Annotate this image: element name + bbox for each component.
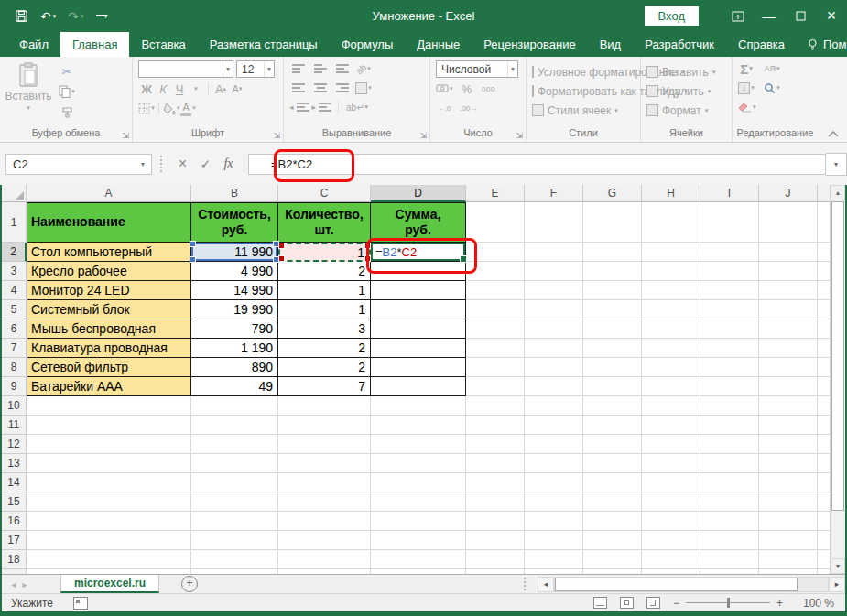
- decrease-decimal-icon[interactable]: .00→: [460, 100, 477, 116]
- row-header-1[interactable]: 1: [2, 202, 27, 243]
- cell-F3[interactable]: [525, 262, 583, 281]
- font-dialog-launcher[interactable]: ⇲: [273, 131, 280, 140]
- increase-indent-icon[interactable]: ▸: [312, 99, 331, 115]
- cell-F6[interactable]: [525, 319, 583, 339]
- zoom-slider-thumb[interactable]: [727, 598, 730, 608]
- cell-C18[interactable]: [278, 550, 371, 569]
- cell-E1[interactable]: [466, 202, 525, 243]
- percent-style-button[interactable]: %: [459, 81, 475, 97]
- cell-I8[interactable]: [700, 358, 759, 377]
- cell-H16[interactable]: [642, 512, 700, 531]
- cell-H2[interactable]: [642, 243, 700, 262]
- cell-H19[interactable]: [642, 569, 700, 574]
- format-painter-icon[interactable]: [59, 103, 75, 120]
- cell-A2[interactable]: Стол компьютерный: [27, 243, 191, 262]
- expand-formula-bar-icon[interactable]: ▾: [826, 153, 847, 176]
- cell-E4[interactable]: [466, 281, 525, 300]
- comma-style-button[interactable]: 000: [481, 81, 497, 97]
- cell-E19[interactable]: [466, 569, 525, 574]
- scroll-up-icon[interactable]: ▴: [831, 185, 845, 200]
- column-header-C[interactable]: C: [278, 185, 371, 202]
- cell-A3[interactable]: Кресло рабочее: [27, 262, 191, 281]
- cell-G5[interactable]: [583, 300, 642, 319]
- conditional-formatting-button[interactable]: Условное форматирование▾: [532, 62, 636, 81]
- tab-page-layout[interactable]: Разметка страницы: [198, 32, 330, 57]
- normal-view-icon[interactable]: [593, 597, 607, 609]
- align-bottom-icon[interactable]: [336, 64, 349, 73]
- cell-A7[interactable]: Клавиатура проводная: [27, 339, 191, 358]
- cell-B9[interactable]: 49: [191, 377, 278, 396]
- column-header-A[interactable]: A: [27, 185, 191, 202]
- cell-J5[interactable]: [759, 300, 818, 319]
- cell-H3[interactable]: [642, 262, 700, 281]
- cell-J8[interactable]: [759, 358, 818, 377]
- column-header-D[interactable]: D: [371, 185, 466, 202]
- cell-A13[interactable]: [27, 454, 191, 473]
- cell-F2[interactable]: [525, 243, 583, 262]
- row-header-15[interactable]: 15: [2, 492, 27, 512]
- cell-G7[interactable]: [583, 339, 642, 358]
- cell-B16[interactable]: [191, 512, 278, 531]
- cell-E8[interactable]: [466, 358, 525, 377]
- cell-B10[interactable]: [191, 396, 278, 416]
- cell-C2[interactable]: 1: [278, 243, 371, 262]
- cell-H6[interactable]: [642, 319, 700, 339]
- tab-help[interactable]: Справка: [726, 32, 797, 57]
- cell-B14[interactable]: [191, 473, 278, 492]
- number-format-combo[interactable]: Числовой▾: [436, 60, 518, 78]
- cell-B7[interactable]: 1 190: [191, 339, 278, 358]
- cell-A14[interactable]: [27, 473, 191, 492]
- cell-D12[interactable]: [371, 435, 466, 454]
- font-name-combo[interactable]: ▾: [138, 60, 233, 78]
- cell-G6[interactable]: [583, 319, 642, 339]
- cell-D17[interactable]: [371, 531, 466, 550]
- cell-C14[interactable]: [278, 473, 371, 492]
- cell-E2[interactable]: [466, 243, 525, 262]
- cell-I3[interactable]: [700, 262, 759, 281]
- cell-G4[interactable]: [583, 281, 642, 300]
- insert-cells-button[interactable]: Вставить▾: [646, 62, 728, 81]
- cell-D5[interactable]: [371, 300, 466, 319]
- cell-F12[interactable]: [525, 435, 583, 454]
- cell-I13[interactable]: [700, 454, 759, 473]
- row-header-10[interactable]: 10: [2, 396, 27, 416]
- cell-F7[interactable]: [525, 339, 583, 358]
- cell-A16[interactable]: [27, 512, 191, 531]
- increase-decimal-icon[interactable]: ←.0: [436, 100, 452, 116]
- cell-H18[interactable]: [642, 550, 700, 569]
- scroll-down-icon[interactable]: ▾: [831, 558, 845, 574]
- cell-F5[interactable]: [525, 300, 583, 319]
- align-center-icon[interactable]: [314, 83, 327, 92]
- cell-E3[interactable]: [466, 262, 525, 281]
- cell-I15[interactable]: [700, 492, 759, 512]
- cell-B3[interactable]: 4 990: [191, 262, 278, 281]
- cell-G15[interactable]: [583, 492, 642, 512]
- cell-I2[interactable]: [700, 243, 759, 262]
- cell-D16[interactable]: [371, 512, 466, 531]
- cell-A5[interactable]: Системный блок: [27, 300, 191, 319]
- cell-A9[interactable]: Батарейки AAA: [27, 377, 191, 396]
- column-header-H[interactable]: H: [642, 185, 700, 202]
- cell-A1[interactable]: Наименование: [27, 202, 191, 243]
- cell-I5[interactable]: [700, 300, 759, 319]
- cell-C16[interactable]: [278, 512, 371, 531]
- sheet-tab-active[interactable]: microexcel.ru: [60, 575, 159, 593]
- cell-G14[interactable]: [583, 473, 642, 492]
- cell-B19[interactable]: [191, 569, 278, 574]
- cell-F8[interactable]: [525, 358, 583, 377]
- insert-function-button[interactable]: fx: [217, 154, 240, 175]
- redo-button[interactable]: ↷▾: [68, 9, 83, 24]
- cell-J3[interactable]: [759, 262, 818, 281]
- minimize-button[interactable]: —: [754, 0, 785, 32]
- row-header-6[interactable]: 6: [2, 319, 27, 339]
- paste-button[interactable]: Вставить ▾: [5, 60, 51, 127]
- cell-I1[interactable]: [700, 202, 759, 243]
- row-header-9[interactable]: 9: [2, 377, 27, 396]
- page-break-view-icon[interactable]: [646, 597, 660, 609]
- cell-H17[interactable]: [642, 531, 700, 550]
- cell-H9[interactable]: [642, 377, 700, 396]
- cell-F4[interactable]: [525, 281, 583, 300]
- wrap-text-icon[interactable]: ab↵▾: [346, 99, 368, 115]
- grow-font-button[interactable]: А▴: [212, 81, 229, 97]
- cell-G11[interactable]: [583, 416, 642, 435]
